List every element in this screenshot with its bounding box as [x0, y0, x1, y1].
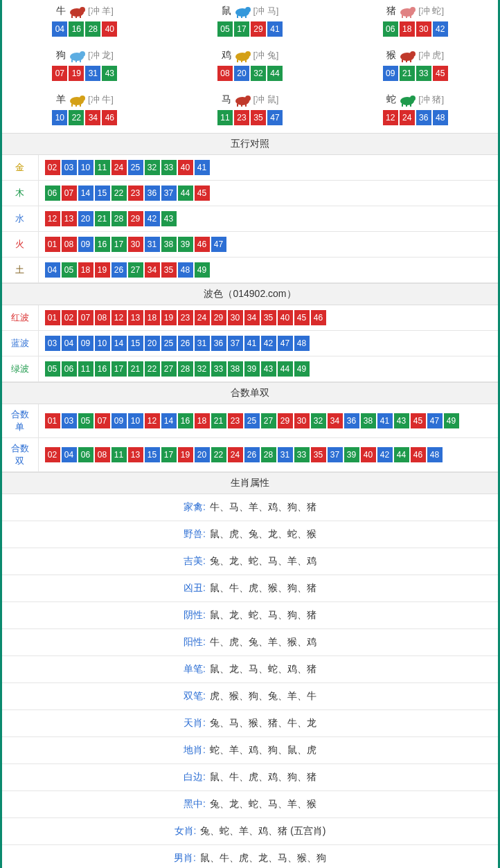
number-ball: 10 — [128, 413, 143, 428]
number-ball: 45 — [294, 310, 310, 325]
number-ball: 18 — [145, 310, 160, 325]
zodiac-clash: [冲 兔] — [253, 50, 279, 60]
svg-rect-18 — [75, 60, 77, 62]
number-ball: 06 — [383, 21, 398, 37]
number-ball: 44 — [178, 186, 193, 201]
number-ball: 31 — [145, 237, 160, 252]
table-row: 木06071415222336374445 — [2, 181, 498, 206]
shengxiao-list: 家禽: 牛、马、羊、鸡、狗、猪野兽: 鼠、虎、兔、龙、蛇、猴吉美: 兔、龙、蛇、… — [2, 494, 498, 868]
attr-value: 兔、龙、蛇、马、羊、鸡 — [210, 555, 316, 566]
svg-point-6 — [245, 7, 251, 12]
number-ball: 25 — [128, 160, 143, 175]
number-ball: 29 — [128, 211, 143, 226]
number-ball: 03 — [45, 336, 60, 351]
number-ball: 34 — [85, 110, 100, 125]
number-ball: 05 — [217, 21, 233, 37]
number-ball: 14 — [161, 413, 177, 428]
number-ball: 27 — [261, 413, 276, 428]
attr-key: 女肖: — [175, 825, 197, 836]
number-ball: 18 — [400, 21, 415, 37]
number-ball: 01 — [45, 413, 60, 428]
number-ball: 05 — [45, 361, 60, 377]
number-ball: 38 — [161, 237, 177, 252]
number-ball: 07 — [78, 310, 93, 325]
number-ball: 09 — [383, 66, 398, 81]
number-ball: 43 — [394, 413, 409, 428]
number-ball: 04 — [52, 21, 67, 37]
attr-row: 女肖: 兔、蛇、羊、鸡、猪 (五宫肖) — [2, 818, 498, 845]
number-ball: 02 — [62, 310, 77, 325]
attr-value: 兔、龙、蛇、马、羊、猴 — [210, 798, 316, 809]
svg-rect-29 — [410, 60, 411, 62]
number-ball: 23 — [228, 413, 243, 428]
number-ball: 39 — [344, 447, 359, 462]
svg-rect-27 — [402, 60, 403, 62]
number-ball: 05 — [78, 413, 93, 428]
zodiac-clash: [冲 鼠] — [253, 94, 279, 105]
number-ball: 29 — [278, 413, 293, 428]
attr-value: 牛、马、羊、鸡、狗、猪 — [210, 501, 316, 512]
zodiac-balls: 09213345 — [332, 65, 498, 82]
svg-rect-12 — [402, 15, 403, 18]
attr-value: 蛇、羊、鸡、狗、鼠、虎 — [210, 744, 316, 755]
number-ball: 42 — [433, 21, 448, 37]
number-ball: 06 — [62, 361, 77, 377]
number-ball: 07 — [62, 186, 77, 201]
svg-rect-2 — [71, 15, 73, 18]
table-row: 土04051819262734354849 — [2, 257, 498, 283]
number-ball: 20 — [145, 336, 160, 351]
number-ball: 45 — [433, 66, 448, 81]
number-ball: 29 — [251, 21, 266, 37]
number-ball: 45 — [411, 413, 426, 428]
section-header-heshu: 合数单双 — [2, 382, 498, 404]
attr-key: 天肖: — [184, 717, 206, 728]
number-ball: 03 — [62, 413, 77, 428]
attr-key: 阴性: — [184, 609, 206, 620]
attr-row: 家禽: 牛、马、羊、鸡、狗、猪 — [2, 494, 498, 521]
attr-row: 单笔: 鼠、龙、马、蛇、鸡、猪 — [2, 656, 498, 683]
zodiac-name: 猪 — [386, 5, 396, 17]
number-ball: 03 — [62, 160, 77, 175]
number-ball: 44 — [394, 447, 409, 462]
row-balls: 02031011242532334041 — [38, 155, 498, 181]
row-balls: 04051819262734354849 — [38, 257, 498, 283]
row-label: 红波 — [2, 305, 38, 331]
number-ball: 05 — [62, 262, 77, 278]
number-ball: 01 — [45, 237, 60, 252]
number-ball: 02 — [45, 447, 60, 462]
row-balls: 03040910141520252631363741424748 — [38, 331, 498, 356]
number-ball: 32 — [195, 361, 210, 377]
number-ball: 49 — [294, 361, 310, 377]
svg-rect-42 — [402, 104, 403, 107]
row-balls: 1213202128294243 — [38, 206, 498, 232]
attr-value: 兔、蛇、羊、鸡、猪 (五宫肖) — [200, 825, 325, 836]
number-ball: 27 — [161, 361, 177, 377]
svg-point-16 — [80, 51, 85, 57]
number-ball: 12 — [383, 110, 398, 125]
number-ball: 09 — [78, 336, 93, 351]
number-ball: 24 — [400, 110, 415, 125]
attr-key: 吉美: — [184, 555, 206, 566]
number-ball: 21 — [400, 66, 415, 81]
attr-key: 单笔: — [184, 663, 206, 674]
attr-row: 地肖: 蛇、羊、鸡、狗、鼠、虎 — [2, 737, 498, 764]
number-ball: 34 — [328, 413, 343, 428]
number-ball: 42 — [377, 447, 393, 462]
number-ball: 13 — [62, 211, 77, 226]
number-ball: 30 — [228, 310, 243, 325]
number-ball: 24 — [195, 310, 210, 325]
number-ball: 25 — [161, 336, 177, 351]
zodiac-balls: 06183042 — [332, 21, 498, 37]
number-ball: 47 — [278, 336, 293, 351]
zodiac-balls: 05172941 — [168, 21, 333, 37]
number-ball: 06 — [45, 186, 60, 201]
number-ball: 39 — [244, 361, 260, 377]
svg-rect-37 — [237, 104, 238, 107]
number-ball: 36 — [416, 110, 431, 125]
zodiac-name: 鼠 — [222, 5, 231, 17]
number-ball: 01 — [45, 310, 60, 325]
attr-row: 凶丑: 鼠、牛、虎、猴、狗、猪 — [2, 575, 498, 602]
row-balls: 06071415222336374445 — [38, 181, 498, 206]
zodiac-clash: [冲 虎] — [418, 50, 444, 60]
number-ball: 30 — [294, 413, 310, 428]
